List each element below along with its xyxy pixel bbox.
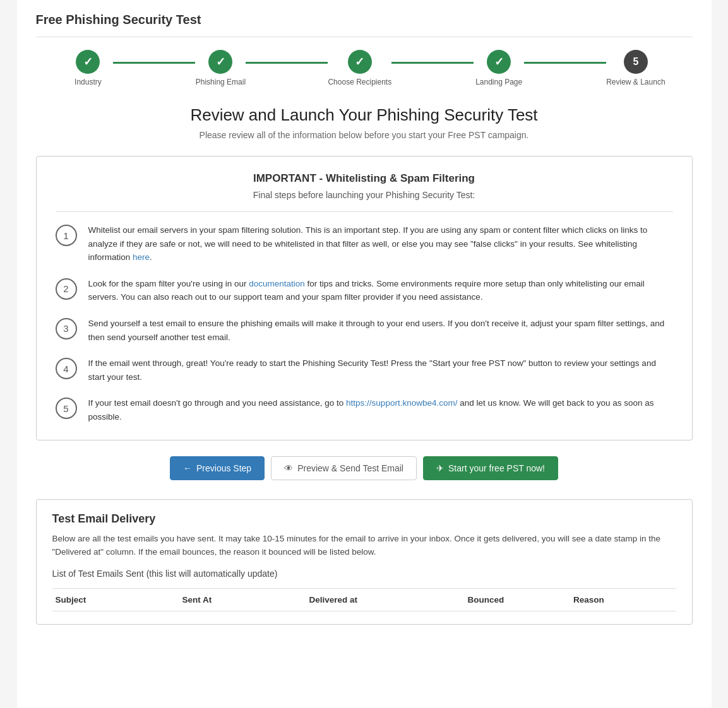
- connector-1: [113, 62, 195, 64]
- whitelisting-step-3-number: 3: [56, 318, 77, 339]
- launch-button[interactable]: ✈ Start your free PST now!: [423, 456, 558, 480]
- whitelisting-step-3: 3 Send yourself a test email to ensure t…: [56, 317, 673, 344]
- eye-icon: 👁: [284, 463, 293, 473]
- step-industry-icon: [76, 50, 100, 74]
- documentation-link[interactable]: documentation: [249, 279, 305, 288]
- whitelisting-step-2: 2 Look for the spam filter you're using …: [56, 277, 673, 304]
- here-link[interactable]: here: [133, 252, 150, 262]
- col-bounced: Bounced: [465, 595, 570, 605]
- whitelisting-step-1: 1 Whitelist our email servers in your sp…: [56, 223, 673, 264]
- step-choose-recipients-icon: [348, 50, 372, 74]
- step-phishing-email: Phishing Email: [195, 50, 246, 86]
- preview-send-button[interactable]: 👁 Preview & Send Test Email: [271, 456, 417, 480]
- col-sent-at: Sent At: [179, 595, 306, 605]
- step-landing-page-icon: [487, 50, 511, 74]
- whitelisting-step-4: 4 If the email went through, great! You'…: [56, 357, 673, 384]
- step-choose-recipients: Choose Recipients: [328, 50, 391, 86]
- whitelisting-step-2-number: 2: [56, 278, 77, 300]
- whitelisting-step-1-number: 1: [56, 225, 77, 246]
- whitelisting-steps: 1 Whitelist our email servers in your sp…: [56, 223, 673, 424]
- important-box-subtitle: Final steps before launching your Phishi…: [56, 190, 673, 200]
- whitelisting-step-5-number: 5: [56, 398, 77, 419]
- whitelisting-step-5-text: If your test email doesn't go through an…: [88, 396, 673, 423]
- main-subheading: Please review all of the information bel…: [36, 130, 693, 140]
- whitelisting-step-5: 5 If your test email doesn't go through …: [56, 396, 673, 423]
- connector-3: [391, 62, 474, 64]
- page-title: Free Phishing Security Test: [36, 13, 693, 37]
- important-box: IMPORTANT - Whitelisting & Spam Filterin…: [36, 156, 693, 440]
- col-delivered-at: Delivered at: [306, 595, 464, 605]
- step-phishing-email-icon: [208, 50, 232, 74]
- col-reason: Reason: [570, 595, 676, 605]
- step-review-launch: 5 Review & Launch: [606, 50, 665, 86]
- main-heading: Review and Launch Your Phishing Security…: [36, 105, 693, 125]
- action-buttons: ← Previous Step 👁 Preview & Send Test Em…: [36, 456, 693, 480]
- delivery-box: Test Email Delivery Below are all the te…: [36, 499, 693, 625]
- support-link[interactable]: https://support.knowbe4.com/: [346, 398, 457, 408]
- step-industry-label: Industry: [75, 78, 102, 86]
- connector-2: [246, 62, 328, 64]
- preview-send-label: Preview & Send Test Email: [297, 463, 403, 473]
- whitelisting-step-2-text: Look for the spam filter you're using in…: [88, 277, 673, 304]
- step-choose-recipients-label: Choose Recipients: [328, 78, 391, 86]
- previous-step-button[interactable]: ← Previous Step: [170, 456, 265, 480]
- step-review-launch-label: Review & Launch: [606, 78, 665, 86]
- delivery-title: Test Email Delivery: [52, 512, 676, 526]
- send-icon: ✈: [436, 463, 444, 473]
- whitelisting-step-4-text: If the email went through, great! You're…: [88, 357, 673, 384]
- delivery-description: Below are all the test emails you have s…: [52, 532, 676, 559]
- important-box-divider: [56, 211, 673, 212]
- step-review-launch-icon: 5: [624, 50, 648, 74]
- step-landing-page: Landing Page: [474, 50, 524, 86]
- whitelisting-step-4-number: 4: [56, 358, 77, 379]
- step-landing-page-label: Landing Page: [475, 78, 522, 86]
- table-header: Subject Sent At Delivered at Bounced Rea…: [52, 589, 676, 611]
- whitelisting-step-3-text: Send yourself a test email to ensure the…: [88, 317, 673, 344]
- connector-4: [524, 62, 606, 64]
- step-industry: Industry: [63, 50, 113, 86]
- col-subject: Subject: [52, 595, 179, 605]
- step-phishing-email-label: Phishing Email: [196, 78, 246, 86]
- page-container: Free Phishing Security Test Industry Phi…: [17, 0, 712, 708]
- delivery-list-title: List of Test Emails Sent (this list will…: [52, 569, 676, 579]
- previous-step-label: Previous Step: [196, 463, 251, 473]
- whitelisting-step-1-text: Whitelist our email servers in your spam…: [88, 223, 673, 264]
- important-box-title: IMPORTANT - Whitelisting & Spam Filterin…: [56, 172, 673, 185]
- steps-progress: Industry Phishing Email Choose Recipient…: [36, 50, 693, 86]
- arrow-left-icon: ←: [183, 463, 192, 473]
- launch-label: Start your free PST now!: [448, 463, 545, 473]
